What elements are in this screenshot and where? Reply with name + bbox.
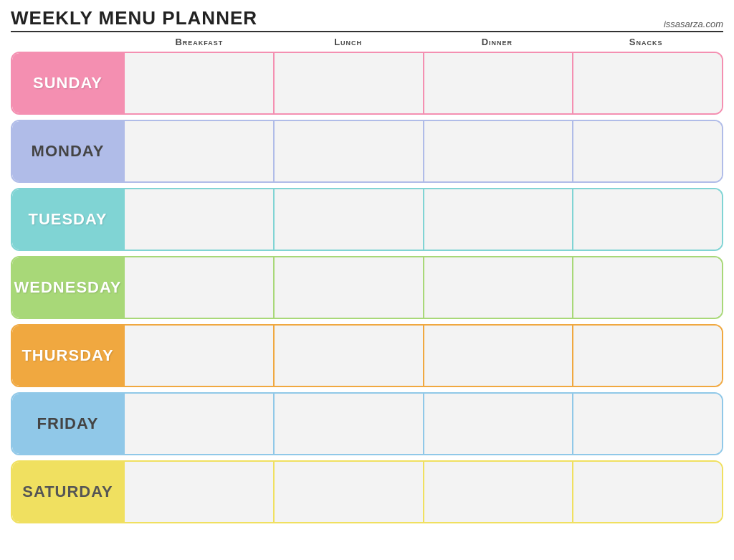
page-container: Weekly Menu Planner issasarza.com Breakf… xyxy=(11,7,723,553)
meal-cell-monday-snacks[interactable] xyxy=(572,121,722,181)
day-label-text-wednesday: Wednesday xyxy=(14,278,122,297)
day-label-saturday: Saturday xyxy=(12,462,123,522)
meal-cell-wednesday-dinner[interactable] xyxy=(423,257,573,318)
day-row-wednesday: Wednesday xyxy=(11,256,723,319)
day-label-text-tuesday: Tuesday xyxy=(28,210,107,229)
meal-cell-saturday-breakfast[interactable] xyxy=(123,462,273,522)
meal-cell-tuesday-dinner[interactable] xyxy=(423,189,573,250)
day-label-text-sunday: Sunday xyxy=(33,74,103,92)
meal-cell-tuesday-lunch[interactable] xyxy=(273,189,423,250)
col-header-dinner: Dinner xyxy=(423,37,572,47)
day-label-text-friday: Friday xyxy=(37,414,99,433)
day-row-thursday: Thursday xyxy=(11,324,723,387)
day-row-saturday: Saturday xyxy=(11,460,723,523)
col-header-lunch: Lunch xyxy=(274,37,423,47)
day-row-friday: Friday xyxy=(11,392,723,455)
col-header-snacks: Snacks xyxy=(571,37,720,47)
day-label-text-thursday: Thursday xyxy=(22,346,113,365)
meal-cell-monday-dinner[interactable] xyxy=(423,121,573,181)
day-label-wednesday: Wednesday xyxy=(12,257,123,318)
meal-cell-saturday-dinner[interactable] xyxy=(423,462,573,522)
day-label-tuesday: Tuesday xyxy=(12,189,123,250)
day-row-monday: Monday xyxy=(11,120,723,183)
day-label-thursday: Thursday xyxy=(12,326,123,386)
meal-cell-sunday-dinner[interactable] xyxy=(423,53,573,113)
meal-cell-monday-breakfast[interactable] xyxy=(123,121,273,181)
meal-cell-saturday-lunch[interactable] xyxy=(273,462,423,522)
meal-cell-wednesday-lunch[interactable] xyxy=(273,257,423,318)
days-container: SundayMondayTuesdayWednesdayThursdayFrid… xyxy=(11,52,723,523)
meal-cell-tuesday-breakfast[interactable] xyxy=(123,189,273,250)
day-label-text-saturday: Saturday xyxy=(22,483,113,501)
meal-cell-saturday-snacks[interactable] xyxy=(572,462,722,522)
header-row: Weekly Menu Planner issasarza.com xyxy=(11,7,723,32)
meal-cell-thursday-lunch[interactable] xyxy=(273,326,423,386)
meal-cell-friday-dinner[interactable] xyxy=(423,394,573,454)
col-header-empty xyxy=(14,37,125,47)
meal-cell-sunday-snacks[interactable] xyxy=(572,53,722,113)
meal-cell-wednesday-snacks[interactable] xyxy=(572,257,722,318)
meal-cell-monday-lunch[interactable] xyxy=(273,121,423,181)
meal-cell-thursday-breakfast[interactable] xyxy=(123,326,273,386)
day-label-sunday: Sunday xyxy=(12,53,123,113)
day-label-monday: Monday xyxy=(12,121,123,181)
column-headers: Breakfast Lunch Dinner Snacks xyxy=(11,37,723,47)
day-label-friday: Friday xyxy=(12,394,123,454)
col-header-breakfast: Breakfast xyxy=(125,37,274,47)
meal-cell-thursday-dinner[interactable] xyxy=(423,326,573,386)
day-label-text-monday: Monday xyxy=(32,142,105,161)
meal-cell-sunday-breakfast[interactable] xyxy=(123,53,273,113)
day-row-tuesday: Tuesday xyxy=(11,188,723,251)
meal-cell-friday-lunch[interactable] xyxy=(273,394,423,454)
meal-cell-sunday-lunch[interactable] xyxy=(273,53,423,113)
meal-cell-friday-breakfast[interactable] xyxy=(123,394,273,454)
website-label: issasarza.com xyxy=(664,19,723,29)
meal-cell-wednesday-breakfast[interactable] xyxy=(123,257,273,318)
day-row-sunday: Sunday xyxy=(11,52,723,115)
meal-cell-tuesday-snacks[interactable] xyxy=(572,189,722,250)
page-title: Weekly Menu Planner xyxy=(11,7,257,29)
meal-cell-thursday-snacks[interactable] xyxy=(572,326,722,386)
meal-cell-friday-snacks[interactable] xyxy=(572,394,722,454)
